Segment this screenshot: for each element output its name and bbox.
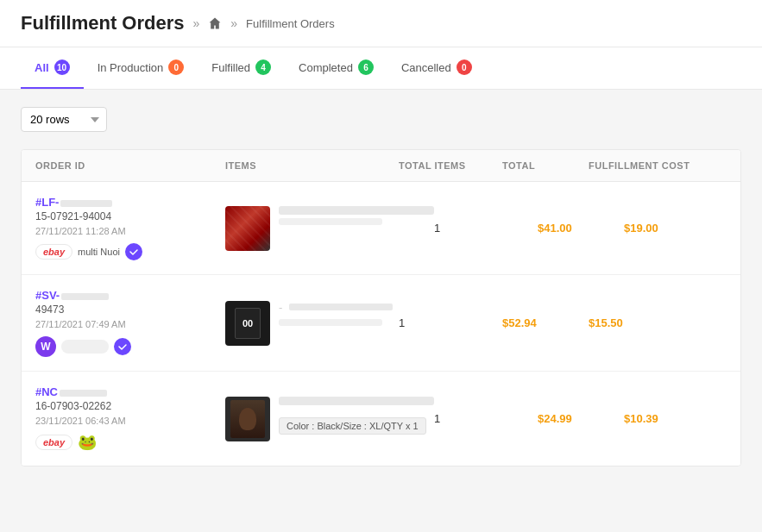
tab-fulfilled[interactable]: Fulfilled 4	[198, 47, 285, 89]
breadcrumb-sep2: »	[230, 16, 237, 30]
table-row: #LF- 15-07921-94004 27/11/2021 11:28 AM …	[22, 182, 740, 275]
tab-completed[interactable]: Completed 6	[285, 47, 387, 89]
tab-cancelled[interactable]: Cancelled 0	[387, 47, 486, 89]
tab-all-badge: 10	[54, 59, 70, 75]
order-id-link-2[interactable]: #SV-	[35, 289, 109, 302]
item-name-bar-3	[279, 397, 434, 405]
total-items-2: 1	[399, 316, 502, 329]
table-row: #NC 16-07903-02262 23/11/2021 06:43 AM e…	[22, 372, 740, 466]
item-name-bar-1	[279, 206, 434, 215]
col-items: ITEMS	[225, 160, 399, 171]
col-total-items: TOTAL ITEMS	[399, 160, 502, 171]
item-thumb-1	[225, 206, 270, 251]
page-header: Fulfillment Orders » » Fulfillment Order…	[0, 0, 762, 47]
order-id-link-3[interactable]: #NC	[35, 385, 107, 398]
tab-in-production-badge: 0	[168, 59, 184, 75]
items-cell-3: Color : Black/Size : XL/QTY x 1	[225, 397, 434, 441]
table-header: ORDER ID ITEMS TOTAL ITEMS TOTAL FULFILL…	[22, 150, 740, 182]
items-cell-2: 00 -	[225, 301, 399, 346]
item-sub-bar-2	[279, 319, 382, 326]
tab-completed-badge: 6	[358, 59, 374, 75]
breadcrumb-home-icon	[208, 16, 222, 30]
total-items-3: 1	[434, 412, 538, 425]
order-id-cell-2: #SV- 49473 27/11/2021 07:49 AM W	[35, 289, 225, 357]
tab-all[interactable]: All 10	[21, 47, 84, 89]
main-content: 10 rows 20 rows 50 rows 100 rows ORDER I…	[0, 90, 762, 484]
breadcrumb-text: Fulfillment Orders	[246, 17, 335, 30]
platform-label-1: multi Nuoi	[78, 247, 120, 257]
order-number-1: 15-07921-94004	[35, 210, 225, 222]
col-total: TOTAL	[502, 160, 589, 171]
item-sub-bar-1	[279, 218, 382, 225]
total-items-1: 1	[434, 222, 538, 235]
order-date-1: 27/11/2021 11:28 AM	[35, 226, 225, 236]
color-tag-3: Color : Black/Size : XL/QTY x 1	[279, 417, 426, 435]
page-title: Fulfillment Orders	[21, 12, 184, 34]
item-info-2: -	[279, 301, 399, 326]
platform-badges-1: ebay multi Nuoi	[35, 243, 225, 260]
tab-cancelled-badge: 0	[457, 59, 472, 75]
platform-badges-2: W	[35, 336, 225, 357]
order-date-3: 23/11/2021 06:43 AM	[35, 416, 225, 426]
total-2: $52.94	[502, 316, 589, 329]
order-id-link-1[interactable]: #LF-	[35, 196, 112, 209]
frog-icon: 🐸	[78, 433, 97, 452]
ebay-logo-1: ebay	[43, 247, 65, 257]
col-order-id: ORDER ID	[35, 160, 225, 171]
tabs-bar: All 10 In Production 0 Fulfilled 4 Compl…	[0, 47, 762, 90]
items-cell-1	[225, 206, 434, 251]
tab-cancelled-label: Cancelled	[401, 61, 451, 74]
orders-table: ORDER ID ITEMS TOTAL ITEMS TOTAL FULFILL…	[21, 149, 741, 466]
order-id-cell-3: #NC 16-07903-02262 23/11/2021 06:43 AM e…	[35, 385, 225, 452]
tab-fulfilled-label: Fulfilled	[211, 61, 250, 74]
item-info-1	[279, 206, 434, 225]
tab-all-label: All	[35, 61, 49, 74]
order-number-3: 16-07903-02262	[35, 400, 225, 412]
tab-completed-label: Completed	[299, 61, 353, 74]
total-3: $24.99	[538, 412, 624, 425]
fulfillment-cost-3: $10.39	[624, 412, 741, 425]
tab-in-production-label: In Production	[98, 61, 164, 74]
order-number-2: 49473	[35, 304, 225, 316]
item-thumb-2: 00	[225, 301, 270, 346]
breadcrumb-sep: »	[192, 16, 199, 30]
dash-separator: -	[279, 301, 282, 314]
order-id-cell-1: #LF- 15-07921-94004 27/11/2021 11:28 AM …	[35, 196, 225, 260]
ebay-badge-3: ebay	[35, 435, 72, 450]
fulfillment-cost-1: $19.00	[624, 222, 741, 235]
platform-badges-3: ebay 🐸	[35, 433, 225, 452]
total-1: $41.00	[538, 222, 624, 235]
ebay-badge-1: ebay	[35, 244, 72, 260]
platform-w-badge: W	[35, 336, 56, 357]
col-fulfillment-cost: FULFILLMENT COST	[589, 160, 727, 171]
rows-select[interactable]: 10 rows 20 rows 50 rows 100 rows	[21, 107, 107, 132]
tab-in-production[interactable]: In Production 0	[84, 47, 198, 89]
order-date-2: 27/11/2021 07:49 AM	[35, 319, 225, 329]
tab-fulfilled-badge: 4	[255, 59, 271, 75]
status-dot-2	[114, 338, 131, 355]
status-dot-1	[125, 243, 142, 260]
rows-selector: 10 rows 20 rows 50 rows 100 rows	[21, 107, 741, 132]
fulfillment-cost-2: $15.50	[589, 316, 727, 329]
item-info-3: Color : Black/Size : XL/QTY x 1	[279, 397, 434, 435]
table-row: #SV- 49473 27/11/2021 07:49 AM W 00	[22, 275, 740, 372]
item-thumb-3	[225, 397, 270, 441]
ebay-logo-3: ebay	[43, 437, 65, 448]
